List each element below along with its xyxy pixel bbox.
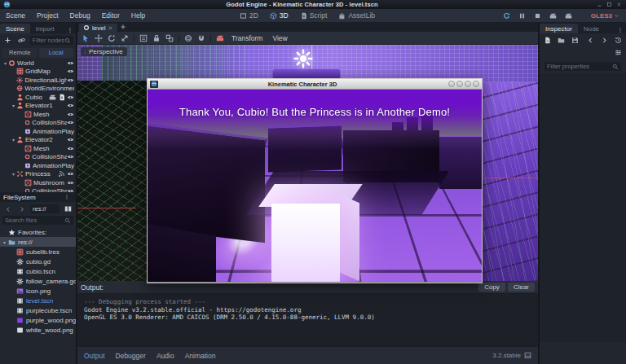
dock-menu-icon[interactable] [615,27,626,33]
scene-tree-node-mushroom[interactable]: Mushroom [0,178,76,187]
clear-button[interactable]: Clear [508,283,535,292]
viewport-menu-transform[interactable]: Transform [227,34,267,42]
add-node-button[interactable] [2,35,14,46]
scene-tree-node-gridmap[interactable]: GridMap [0,68,76,77]
display-mode-icon[interactable] [62,204,73,214]
file-res---[interactable]: ▾res:// [0,237,76,247]
file-cubio.gd[interactable]: cubio.gd [0,257,76,266]
file-cubio.tscn[interactable]: cubio.tscn [0,266,76,276]
group-button[interactable] [164,33,175,43]
game-window-titlebar[interactable]: Kinematic Character 3D [148,79,482,90]
video-driver-select[interactable]: GLES3 [591,12,619,20]
bottom-tab-audio[interactable]: Audio [156,352,174,360]
filter-nodes-input[interactable]: Filter nodes [30,36,73,45]
path-field[interactable]: res:// [30,204,60,213]
snap-button[interactable] [196,33,207,43]
viewport-menu-view[interactable]: View [268,34,291,42]
load-resource-button[interactable] [556,35,567,46]
workspace-assetlib[interactable]: AssetLib [334,11,379,20]
scene-tree-node-animationplayer[interactable]: AnimationPlayer [0,161,76,170]
scene-tree-node-animationplayer[interactable]: AnimationPlayer [0,127,76,136]
file-follow-camera.gd[interactable]: follow_camera.gd [0,276,76,286]
history-button[interactable] [612,35,624,46]
close-icon[interactable] [615,1,623,8]
local-button[interactable]: Local [39,48,74,58]
file-level.tscn[interactable]: level.tscn [0,296,76,305]
reload-button[interactable] [500,11,512,21]
minimize-icon[interactable] [595,1,603,8]
file-white-wood.png[interactable]: white_wood.png [0,325,76,335]
workspace-script[interactable]: Script [296,11,332,20]
window-maximize-button[interactable] [465,81,471,87]
scene-tree-node-elevator1[interactable]: ▾Elevator1 [0,102,76,111]
list-select-button[interactable] [138,33,149,43]
lock-button[interactable] [151,33,162,43]
game-window[interactable]: Kinematic Character 3D Thank You, Cubio!… [147,78,483,283]
file-cubelib.tres[interactable]: cubelib.tres [0,247,76,257]
tab-node[interactable]: Node [578,24,605,33]
local-space-button[interactable] [183,33,194,43]
scene-tree-node-collisionshape[interactable]: CollisionShape [0,119,76,128]
back-button[interactable] [585,35,597,46]
stop-button[interactable] [531,11,543,21]
scene-tree-node-cubio[interactable]: Cubio [0,93,76,102]
menu-debug[interactable]: Debug [64,11,96,20]
menu-scene[interactable]: Scene [0,11,31,20]
file-purple-wood.png[interactable]: purple_wood.png [0,315,76,325]
nav-forward-button[interactable] [16,204,28,214]
tab-inspector[interactable]: Inspector [540,24,578,33]
window-close-button[interactable] [473,81,479,87]
menu-project[interactable]: Project [31,11,64,20]
save-resource-button[interactable] [569,35,580,46]
nav-back-button[interactable] [2,204,14,214]
workspace-3d[interactable]: 3D [266,11,293,20]
play-scene-button[interactable] [547,11,558,21]
forward-button[interactable] [599,35,611,46]
perspective-menu[interactable]: ⋮ Perspective [81,47,127,56]
directional-light-gizmo[interactable] [293,49,313,68]
rotate-button[interactable] [106,33,117,43]
pause-button[interactable] [516,11,527,21]
scene-tree-node-worldenvironment[interactable]: WorldEnvironment [0,85,76,94]
instance-scene-button[interactable] [16,35,28,46]
tab-scene[interactable]: Scene [0,24,30,33]
expand-panel-icon[interactable] [524,352,531,359]
camera-override-button[interactable] [214,33,226,43]
tab-import[interactable]: Import [30,24,60,33]
scene-tree-node-world[interactable]: ▾World [0,59,76,68]
object-tools-icon[interactable] [612,47,624,58]
file-favorites-[interactable]: Favorites: [0,227,76,237]
new-scene-tab-button[interactable] [117,21,129,32]
bottom-tab-animation[interactable]: Animation [185,352,216,360]
game-viewport[interactable]: Thank You, Cubio! But the Princess is in… [148,90,482,282]
scene-tree-node-collisionshape[interactable]: CollisionShape [0,153,76,162]
workspace-2d[interactable]: 2D [236,11,262,20]
menu-help[interactable]: Help [126,11,151,20]
search-files-input[interactable]: Search files [2,216,73,225]
filter-properties-input[interactable]: Filter properties [544,62,621,71]
scene-tree-node-directionallight[interactable]: DirectionalLight [0,76,76,85]
maximize-icon[interactable] [605,1,613,8]
file-icon.png[interactable]: icon.png [0,286,76,296]
window-menu-button[interactable] [448,81,455,87]
bottom-tab-debugger[interactable]: Debugger [116,352,146,360]
copy-button[interactable]: Copy [478,283,505,292]
menu-editor[interactable]: Editor [96,11,126,20]
scene-tree-node-princess[interactable]: ▾Princess [0,170,76,179]
scene-tab-level[interactable]: level [79,24,117,32]
scene-tree-node-mesh[interactable]: Mesh [0,144,76,153]
bottom-tab-output[interactable]: Output [84,352,105,360]
scene-tree-node-mesh[interactable]: Mesh [0,110,76,119]
scene-tree-node-elevator2[interactable]: ▾Elevator2 [0,136,76,145]
play-custom-scene-button[interactable] [562,11,574,21]
close-tab-icon[interactable] [108,25,113,31]
remote-button[interactable]: Remote [2,48,37,58]
move-button[interactable] [93,33,104,43]
window-minimize-button[interactable] [456,81,463,87]
new-resource-button[interactable] [542,35,553,46]
select-button[interactable] [80,33,91,43]
scale-button[interactable] [119,33,130,43]
dock-menu-icon[interactable] [64,27,76,33]
dock-menu-icon[interactable] [61,194,73,200]
file-purplecube.tscn[interactable]: purplecube.tscn [0,305,76,315]
